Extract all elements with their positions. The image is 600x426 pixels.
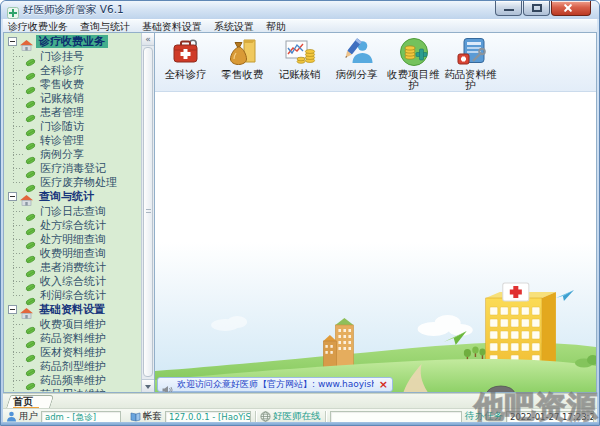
sidebar: 诊疗收费业务 门诊挂号 — [3, 32, 155, 393]
statusbar-divider — [325, 411, 326, 422]
sidebar-item[interactable]: 处方明细查询 — [4, 232, 141, 246]
menu-item[interactable]: 帮助 — [266, 20, 286, 32]
sidebar-item[interactable]: 医材资料维护 — [4, 345, 141, 359]
maximize-icon[interactable] — [523, 1, 550, 16]
toolbar-button-retail-charge[interactable]: 零售收费 — [214, 35, 271, 80]
announcement-close-icon[interactable]: × — [379, 378, 388, 391]
sidebar-item-label: 医材资料维护 — [40, 346, 106, 359]
sidebar-item-label: 病例分享 — [40, 148, 84, 161]
menu-item[interactable]: 诊疗收费业务 — [8, 20, 68, 32]
leaf-icon — [25, 207, 36, 216]
house-icon — [20, 304, 33, 315]
sidebar-item-label: 转诊管理 — [40, 134, 84, 147]
close-icon[interactable] — [551, 1, 591, 16]
speaker-icon — [162, 380, 174, 390]
app-window: 好医师诊所管家 V6.1 诊疗收费业务查询与统计基础资料设置系统设置帮助 诊疗收… — [0, 0, 600, 426]
sidebar-item-label: 利润综合统计 — [40, 289, 106, 302]
sidebar-item[interactable]: 全科诊疗 — [4, 63, 141, 77]
sidebar-item-label: 药品剂型维护 — [40, 360, 106, 373]
sidebar-item[interactable]: 药品资料维护 — [4, 331, 141, 345]
window-bottom-frame — [1, 422, 599, 425]
sidebar-item[interactable]: 药品用法维护 — [4, 387, 141, 392]
leaf-icon — [25, 150, 36, 159]
sidebar-item[interactable]: 利润综合统计 — [4, 288, 141, 302]
app-medical-cross-icon — [7, 4, 19, 16]
tree-expander-minus-icon[interactable] — [8, 305, 17, 314]
scroll-down-icon[interactable] — [142, 379, 154, 392]
tools-medicine-icon — [455, 36, 487, 68]
sidebar-section-label: 诊疗收费业务 — [36, 35, 108, 48]
sidebar-item-label: 门诊挂号 — [40, 50, 84, 63]
pencil-person-icon — [341, 36, 373, 68]
money-bag-icon — [227, 36, 259, 68]
tree-expander-minus-icon[interactable] — [8, 192, 17, 201]
sidebar-item-label: 收费明细查询 — [40, 247, 106, 260]
leaf-icon — [25, 52, 36, 61]
sidebar-item[interactable]: 患者管理 — [4, 105, 141, 119]
leaf-icon — [25, 235, 36, 244]
sidebar-item-label: 患者消费统计 — [40, 261, 106, 274]
sidebar-item[interactable]: 门诊随访 — [4, 119, 141, 133]
sidebar-item[interactable]: 门诊日志查询 — [4, 204, 141, 218]
leaf-icon — [25, 334, 36, 343]
toolbar-button-charge-item-maintain[interactable]: 收费项目维护 — [385, 35, 442, 91]
sidebar-item-label: 门诊日志查询 — [40, 205, 106, 218]
chart-coins-icon — [284, 36, 316, 68]
first-aid-kit-icon — [170, 36, 202, 68]
main-content: 欢迎访问众意好医师【官方网站】: www.haoyishi.com.cn × — [155, 92, 596, 392]
sidebar-item-label: 药品用法维护 — [40, 388, 106, 393]
window-title: 好医师诊所管家 V6.1 — [23, 3, 124, 17]
sidebar-item-label: 收费项目维护 — [40, 318, 106, 331]
window-controls — [494, 1, 591, 16]
sidebar-item[interactable]: 患者消费统计 — [4, 260, 141, 274]
statusbar-divider — [255, 411, 256, 422]
sidebar-section-header[interactable]: 诊疗收费业务 — [4, 34, 141, 49]
sidebar-item[interactable]: 医疗废弃物处理 — [4, 175, 141, 189]
toolbar-button-label: 病例分享 — [329, 69, 385, 80]
sidebar-item[interactable]: 药品剂型维护 — [4, 359, 141, 373]
scroll-up-icon[interactable]: « — [142, 33, 154, 46]
leaf-icon — [25, 94, 36, 103]
sidebar-item-label: 药品频率维护 — [40, 374, 106, 387]
sidebar-section-billing: 诊疗收费业务 门诊挂号 — [4, 34, 141, 189]
tree-expander-minus-icon[interactable] — [8, 37, 17, 46]
toolbar-button-case-share[interactable]: 病例分享 — [328, 35, 385, 80]
sidebar-item-label: 医疗废弃物处理 — [40, 176, 117, 189]
sidebar-item[interactable]: 药品频率维护 — [4, 373, 141, 387]
sidebar-section-label: 基础资料设置 — [36, 303, 108, 316]
leaf-icon — [25, 66, 36, 75]
sidebar-item-label: 收入综合统计 — [40, 275, 106, 288]
leaf-icon — [25, 376, 36, 385]
menu-item[interactable]: 系统设置 — [214, 20, 254, 32]
sidebar-item[interactable]: 处方综合统计 — [4, 218, 141, 232]
sidebar-item[interactable]: 转诊管理 — [4, 133, 141, 147]
leaf-icon — [25, 249, 36, 258]
sidebar-section-query-stats: 查询与统计 门诊日志查询 — [4, 189, 141, 302]
titlebar[interactable]: 好医师诊所管家 V6.1 — [1, 1, 599, 19]
sidebar-item-label: 门诊随访 — [40, 120, 84, 133]
sidebar-item-label: 患者管理 — [40, 106, 84, 119]
sidebar-item[interactable]: 收费项目维护 — [4, 317, 141, 331]
scrollbar-thumb[interactable] — [143, 47, 153, 377]
user-person-icon — [6, 411, 17, 422]
sidebar-item[interactable]: 医疗消毒登记 — [4, 161, 141, 175]
sidebar-item[interactable]: 病例分享 — [4, 147, 141, 161]
leaf-icon — [25, 348, 36, 357]
datetime-display: 2022-01-27 17:23:24 — [506, 411, 594, 423]
toolbar-button-bookkeeping-writeoff[interactable]: 记账核销 — [271, 35, 328, 80]
sidebar-item[interactable]: 收入综合统计 — [4, 274, 141, 288]
sidebar-scrollbar[interactable]: « — [141, 33, 154, 392]
toolbar-button-drug-data-maintain[interactable]: 药品资料维护 — [442, 35, 499, 91]
tab-home-label[interactable]: 首页 — [13, 395, 33, 409]
sidebar-item[interactable]: 记账核销 — [4, 91, 141, 105]
sidebar-item[interactable]: 门诊挂号 — [4, 49, 141, 63]
sidebar-item[interactable]: 零售收费 — [4, 77, 141, 91]
sidebar-section-base-data: 基础资料设置 收费项目维护 — [4, 302, 141, 392]
leaf-icon — [25, 178, 36, 187]
sidebar-item[interactable]: 收费明细查询 — [4, 246, 141, 260]
menu-item[interactable]: 基础资料设置 — [142, 20, 202, 32]
minimize-icon[interactable] — [495, 1, 522, 16]
toolbar-button-general-clinic[interactable]: 全科诊疗 — [157, 35, 214, 80]
menu-item[interactable]: 查询与统计 — [80, 20, 130, 32]
leaf-icon — [25, 122, 36, 131]
